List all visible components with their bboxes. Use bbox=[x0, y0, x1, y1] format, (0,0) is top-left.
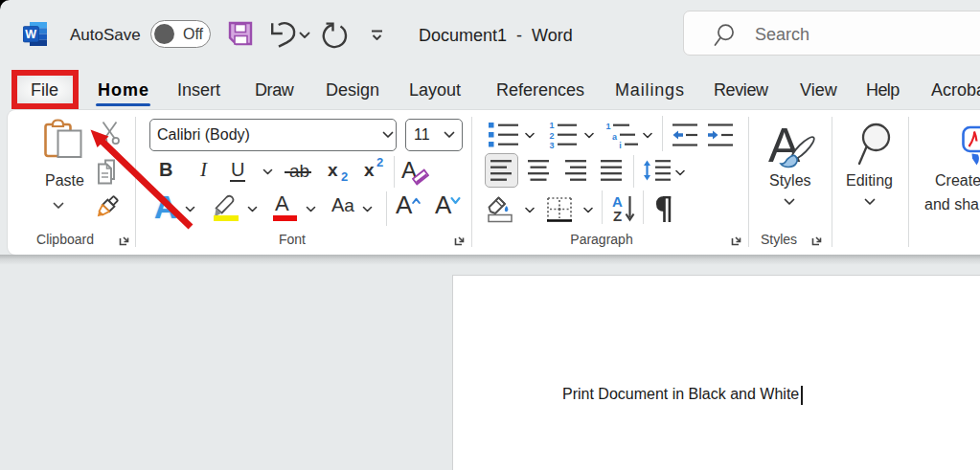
svg-text:W: W bbox=[25, 28, 36, 41]
svg-text:3: 3 bbox=[549, 141, 554, 149]
svg-text:1: 1 bbox=[605, 122, 610, 131]
svg-text:i: i bbox=[619, 141, 622, 149]
svg-text:1: 1 bbox=[549, 121, 554, 130]
svg-text:Z: Z bbox=[613, 208, 622, 222]
svg-text:2: 2 bbox=[549, 131, 554, 141]
svg-text:a: a bbox=[612, 132, 618, 142]
